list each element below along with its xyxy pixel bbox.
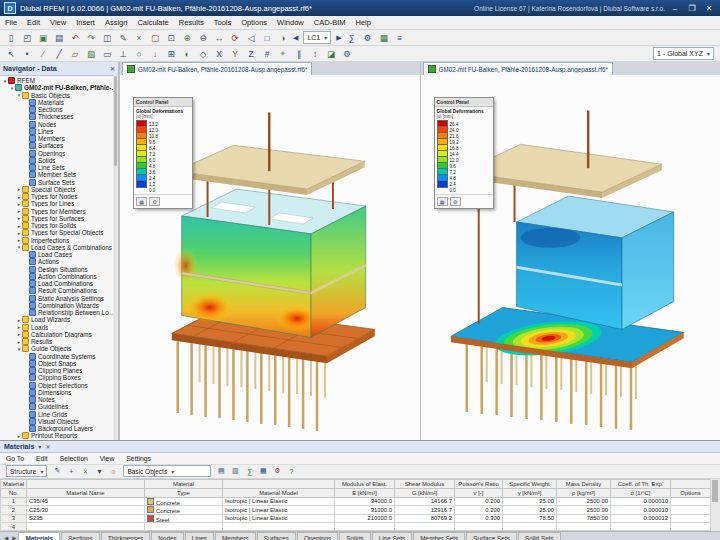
column-header[interactable] [223,479,335,488]
delete-icon[interactable]: × [132,31,147,45]
tree-item-notes[interactable]: Notes [0,396,118,403]
close-button[interactable]: ✕ [702,4,716,13]
table-export-icon[interactable]: ▤ [215,465,228,477]
column-header[interactable]: Material Model [223,488,335,497]
tree-item-background-layers[interactable]: Background Layers [0,425,118,432]
tree-item-materials[interactable]: Materials [0,99,118,106]
cell-material-model[interactable]: Isotropic | Linear Elastic [223,497,335,506]
tree-item-action-combinations[interactable]: Action Combinations [0,273,118,280]
previous-view-icon[interactable]: ◁ [244,31,259,45]
cell-G[interactable]: 14166.7 [395,497,455,506]
tree-item-load-wizards[interactable]: ▸Load Wizards [0,316,118,323]
table-menu-settings[interactable]: Settings [120,455,157,462]
tree-item-basic-objects[interactable]: ▾Basic Objects [0,92,118,99]
next-load-case-button[interactable]: ▶ [334,34,343,42]
snap-icon[interactable]: ⌖ [276,47,291,61]
column-header[interactable]: Mass Density [557,479,611,488]
table-panel-close-icon[interactable]: ✕ [45,443,50,450]
cell-material-model[interactable]: Isotropic | Linear Elastic [223,506,335,515]
cell-material-name[interactable]: C35/45 [27,497,145,506]
cell-material-type[interactable]: Steel [145,514,223,523]
tree-item-types-for-surfaces[interactable]: ▸Types for Surfaces [0,215,118,222]
tree-item-load-cases-combinations[interactable]: ▾Load Cases & Combinations [0,244,118,251]
cell-nu[interactable]: 0.300 [455,514,503,523]
menu-calculate[interactable]: Calculate [132,18,173,27]
tree-item-imperfections[interactable]: ▸Imperfections [0,237,118,244]
column-header[interactable] [671,479,711,488]
cell-gamma[interactable]: 78.50 [503,514,557,523]
isometric-view-icon[interactable]: ◇ [196,47,211,61]
table-add-icon[interactable]: + [65,465,78,477]
pan-icon[interactable]: ↔ [212,31,227,45]
table-tab-sections[interactable]: Sections [61,532,100,540]
cell-material-model[interactable] [223,523,335,531]
table-import-icon[interactable]: ▥ [229,465,242,477]
view-settings-icon[interactable]: ◑ [276,31,291,45]
viewport-left-canvas[interactable]: Control Panel Global Deformations |u| [m… [120,75,420,440]
tree-item-openings[interactable]: Openings [0,150,118,157]
menu-assign[interactable]: Assign [100,18,133,27]
cell-E[interactable] [335,523,395,531]
hinge-icon[interactable]: ○ [132,47,147,61]
tree-item-line-sets[interactable]: Line Sets [0,164,118,171]
tree-item-clipping-boxes[interactable]: Clipping Boxes [0,374,118,381]
tree-item-types-for-members[interactable]: ▸Types for Members [0,208,118,215]
mesh-icon[interactable]: ⊞ [164,47,179,61]
tree-item-solids[interactable]: Solids [0,157,118,164]
tree-item-guide-objects[interactable]: ▾Guide Objects [0,345,118,352]
column-header[interactable]: Shear Modulus [395,479,455,488]
open-file-icon[interactable]: ◰ [20,31,35,45]
panel-settings-icon[interactable]: ⚙ [149,197,160,206]
tree-item-result-combinations[interactable]: Result Combinations [0,287,118,294]
menu-cad-bim[interactable]: CAD-BIM [309,18,351,27]
table-menu-selection[interactable]: Selection [54,455,94,462]
menu-file[interactable]: File [0,18,22,27]
menu-view[interactable]: View [45,18,71,27]
control-panel-title-bar[interactable]: Control Panel [134,98,192,107]
tree-item-clipping-planes[interactable]: Clipping Planes [0,367,118,374]
tree-item-relationship-between-load-cases[interactable]: Relationship Between Load Cases [0,309,118,316]
tree-item-types-for-solids[interactable]: ▸Types for Solids [0,222,118,229]
copy-icon[interactable]: ◫ [100,31,115,45]
tree-item-load-cases[interactable]: Load Cases [0,251,118,258]
table-tab-members[interactable]: Members [215,532,256,540]
cell-nu[interactable]: 0.200 [455,506,503,515]
menu-help[interactable]: Help [350,18,375,27]
viewport-left-tab[interactable]: GM02-mit FU-Balken, Pfähle-20161208-Ausp… [122,62,312,75]
node-icon[interactable]: • [20,47,35,61]
cell-rho[interactable]: 2500.00 [557,506,611,515]
table-row[interactable]: 2C25/30ConcreteIsotropic | Linear Elasti… [1,506,711,515]
table-row[interactable]: 4 [1,523,711,531]
cell-alpha[interactable] [611,523,671,531]
tree-item-surface-sets[interactable]: Surface Sets [0,179,118,186]
save-icon[interactable]: ▣ [36,31,51,45]
table-search-icon[interactable]: ○ [107,465,120,477]
show-results-icon[interactable]: ▦ [376,31,391,45]
tree-item-object-snaps[interactable]: Object Snaps [0,360,118,367]
menu-insert[interactable]: Insert [71,18,100,27]
column-header[interactable]: Material [145,479,223,488]
table-menu-view[interactable]: View [94,455,121,462]
cell-rho[interactable]: 2500.00 [557,497,611,506]
minimize-button[interactable]: – [668,4,682,13]
tree-item-calculation-diagrams[interactable]: ▸Calculation Diagrams [0,331,118,338]
cell-nu[interactable]: 0.200 [455,497,503,506]
tree-item-dimensions[interactable]: Dimensions [0,389,118,396]
tree-item-types-for-special-objects[interactable]: ▸Types for Special Objects [0,229,118,236]
table-tab-surface-sets[interactable]: Surface Sets [466,532,517,540]
table-tab-member-sets[interactable]: Member Sets [413,532,465,540]
undo-icon[interactable]: ↶ [68,31,83,45]
cell-G[interactable]: 80769.2 [395,514,455,523]
tree-item-rfem[interactable]: ▾RFEM [0,77,118,84]
tree-item-sections[interactable]: Sections [0,106,118,113]
column-header[interactable]: Poisson's Ratio [455,479,503,488]
cell-options[interactable] [671,497,711,506]
cell-options[interactable] [671,506,711,515]
load-icon[interactable]: ↓ [148,47,163,61]
view-z-icon[interactable]: Z [244,47,259,61]
table-help-icon[interactable]: ? [285,465,298,477]
tree-item-actions[interactable]: Actions [0,258,118,265]
table-menu-edit[interactable]: Edit [30,455,54,462]
tabs-scroll-left-icon[interactable]: ◀ [2,535,10,540]
column-header[interactable]: Material Name [27,488,145,497]
